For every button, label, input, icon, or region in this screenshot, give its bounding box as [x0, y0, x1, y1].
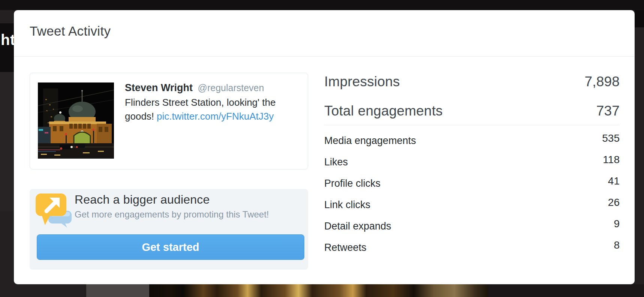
stat-row-media-engagements: Media engagements 535: [324, 135, 620, 147]
tweet-media-link[interactable]: pic.twitter.com/yFNkuAtJ3y: [157, 111, 274, 122]
tweet-author-row: Steven Wright @regularsteven: [125, 81, 300, 94]
tweet-card: Steven Wright @regularsteven Flinders St…: [30, 73, 308, 170]
promote-speech-bubbles-icon: [36, 193, 75, 229]
promo-box: Reach a bigger audience Get more engagem…: [30, 189, 308, 270]
background-bottom-photo: [149, 284, 488, 297]
page-title: Tweet Activity: [30, 24, 111, 39]
background-left-panel: [0, 72, 14, 211]
flinders-street-station-night-photo: [38, 82, 114, 159]
background-bottom-gray-block: [86, 284, 149, 297]
tweet-text-line1: Flinders Street Station, looking' the: [125, 97, 276, 108]
stat-value: 9: [614, 218, 620, 230]
stat-label: Likes: [324, 156, 348, 168]
stat-label: Link clicks: [324, 199, 370, 211]
background-right-band: [635, 10, 644, 27]
stat-value: 535: [602, 132, 620, 144]
tweet-content: Steven Wright @regularsteven Flinders St…: [125, 81, 300, 123]
stats-panel: Impressions 7,898 Total engagements 737 …: [324, 74, 620, 273]
stat-row-detail-expands: Detail expands 9: [324, 220, 620, 232]
stat-row-link-clicks: Link clicks 26: [324, 199, 620, 211]
author-name: Steven Wright: [125, 82, 193, 93]
stat-row-profile-clicks: Profile clicks 41: [324, 177, 620, 189]
background-bottom-right: [488, 284, 644, 297]
stat-value: 7,898: [584, 74, 620, 90]
stat-label: Impressions: [324, 74, 400, 90]
tweet-text: Flinders Street Station, looking' the go…: [125, 96, 300, 123]
get-started-button[interactable]: Get started: [37, 234, 304, 260]
stat-value: 118: [603, 154, 620, 166]
stat-value: 41: [608, 175, 620, 187]
author-handle: @regularsteven: [198, 82, 264, 93]
stat-value: 737: [596, 103, 620, 119]
tweet-activity-modal: Tweet Activity: [14, 10, 635, 284]
stat-row-likes: Likes 118: [324, 156, 620, 168]
stat-label: Total engagements: [324, 103, 443, 119]
tweet-text-line2: goods!: [125, 111, 154, 122]
tweet-media-thumbnail[interactable]: [38, 82, 114, 159]
modal-header: Tweet Activity: [14, 10, 635, 57]
background-top-bar: [0, 0, 644, 10]
stat-label: Detail expands: [324, 220, 391, 232]
stat-row-retweets: Retweets 8: [324, 242, 620, 254]
promo-heading: Reach a bigger audience: [75, 193, 210, 207]
stat-value: 26: [608, 196, 620, 208]
stat-label: Retweets: [324, 242, 367, 254]
background-clipped-heading: ht: [1, 32, 15, 48]
stat-value: 8: [614, 239, 620, 251]
stat-row-total-engagements: Total engagements 737: [324, 103, 620, 119]
screen: ht Tweet Activity: [0, 0, 644, 297]
stat-row-impressions: Impressions 7,898: [324, 74, 620, 90]
stat-label: Media engagements: [324, 135, 416, 147]
stat-label: Profile clicks: [324, 178, 380, 189]
promo-subtext: Get more engagements by promoting this T…: [75, 209, 269, 220]
stats-divider: [324, 125, 620, 125]
